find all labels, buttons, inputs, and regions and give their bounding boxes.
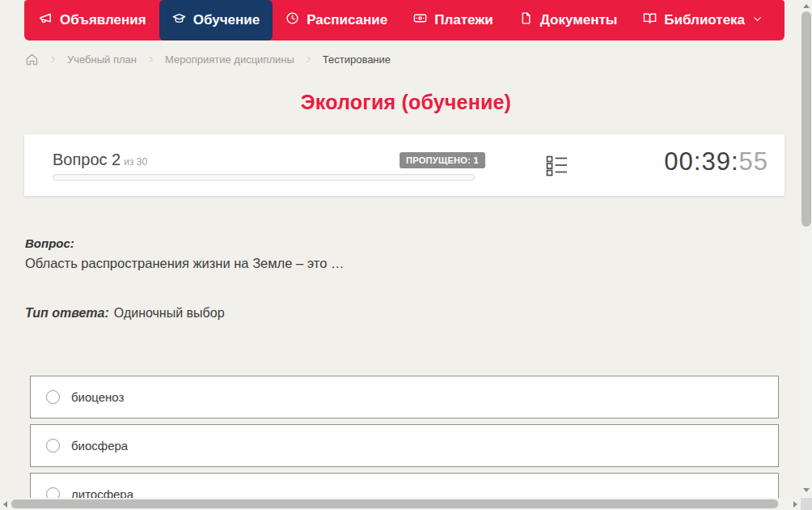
question-total: из 30 — [124, 156, 147, 168]
graduation-cap-icon — [172, 11, 186, 29]
home-icon[interactable] — [25, 53, 39, 66]
scroll-up-arrow[interactable] — [803, 4, 810, 8]
radio-button[interactable] — [46, 390, 60, 404]
top-nav: Объявления Обучение Расписание Платежи Д… — [24, 0, 785, 40]
nav-item-label: Документы — [540, 12, 618, 28]
answer-type-value: Одиночный выбор — [114, 306, 225, 320]
question-header-bar: Вопрос 2из 30 ПРОПУЩЕНО: 1 00:39:55 — [24, 134, 785, 196]
nav-item-label: Платежи — [434, 12, 493, 28]
scrollbar-corner — [801, 498, 812, 510]
timer: 00:39:55 — [664, 147, 768, 176]
chevron-right-icon — [49, 55, 57, 64]
answer-type-row: Тип ответа:Одиночный выбор — [25, 306, 225, 321]
timer-seconds: 55 — [739, 147, 768, 176]
vertical-scrollbar[interactable] — [801, 0, 812, 498]
horizontal-scrollbar[interactable] — [0, 498, 801, 510]
megaphone-icon — [39, 11, 53, 29]
nav-item-label: Обучение — [193, 12, 260, 28]
nav-item-training[interactable]: Обучение — [159, 0, 273, 40]
banknote-icon — [413, 11, 427, 29]
nav-item-label: Объявления — [60, 12, 146, 28]
nav-item-documents[interactable]: Документы — [506, 0, 631, 40]
vertical-scrollbar-thumb[interactable] — [801, 11, 811, 227]
breadcrumb: Учебный план Мероприятие дисциплины Тест… — [25, 51, 391, 67]
chevron-right-icon — [146, 55, 155, 64]
timer-minutes: 00:39: — [664, 147, 738, 176]
nav-item-library[interactable]: Библиотека — [630, 0, 776, 40]
nav-item-announcements[interactable]: Объявления — [24, 0, 159, 40]
scroll-left-arrow[interactable] — [3, 501, 7, 508]
question-counter: Вопрос 2из 30 — [53, 151, 147, 169]
chevron-right-icon — [304, 55, 313, 64]
scroll-right-arrow[interactable] — [793, 501, 797, 508]
answer-option-label: биоценоз — [71, 390, 124, 404]
answer-type-label: Тип ответа: — [25, 306, 109, 320]
clock-icon — [285, 11, 299, 29]
radio-button[interactable] — [46, 439, 60, 453]
answer-option[interactable]: биосфера — [30, 424, 779, 467]
document-icon — [519, 11, 533, 29]
breadcrumb-item-discipline-event[interactable]: Мероприятие дисциплины — [165, 53, 294, 66]
question-list-icon[interactable] — [546, 155, 568, 181]
question-text: Область распространения жизни на Земле –… — [25, 256, 344, 271]
nav-item-label: Библиотека — [664, 12, 745, 28]
nav-item-schedule[interactable]: Расписание — [273, 0, 400, 40]
progress-bar — [53, 174, 475, 181]
open-book-icon — [643, 11, 657, 29]
skipped-badge: ПРОПУЩЕНО: 1 — [400, 152, 485, 168]
breadcrumb-item-study-plan[interactable]: Учебный план — [67, 53, 137, 66]
answer-option-label: биосфера — [71, 439, 128, 453]
scroll-down-arrow[interactable] — [803, 488, 810, 492]
chevron-down-icon — [752, 12, 763, 28]
question-label: Вопрос: — [25, 236, 74, 250]
horizontal-scrollbar-thumb[interactable] — [11, 499, 778, 508]
page-title: Экология (обучение) — [0, 91, 812, 114]
nav-item-payments[interactable]: Платежи — [400, 0, 506, 40]
answer-option[interactable]: биоценоз — [30, 376, 779, 419]
breadcrumb-item-testing: Тестирование — [323, 53, 391, 66]
question-number: Вопрос 2 — [53, 151, 121, 168]
nav-item-label: Расписание — [307, 12, 387, 28]
